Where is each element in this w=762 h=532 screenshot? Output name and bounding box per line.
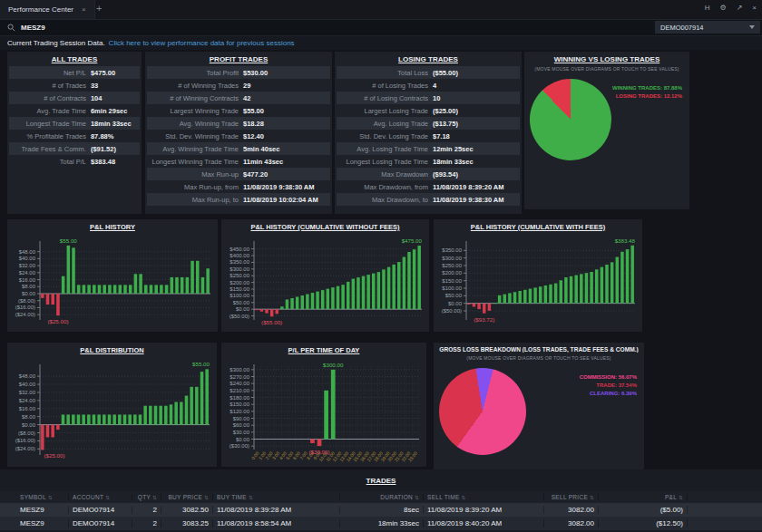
svg-text:($55.00): ($55.00) — [261, 319, 282, 325]
chart-panel-p-l-per-time-of-day: P/L PER TIME OF DAY$300.00$270.00$240.00… — [221, 343, 426, 467]
sort-icon[interactable]: ⇅ — [105, 495, 110, 500]
window-close-icon[interactable]: × — [752, 4, 757, 12]
stat-value: 29 — [243, 82, 330, 90]
stat-value: ($13.75) — [433, 120, 520, 128]
trade-row[interactable]: MESZ9DEMO0791423082.5011/08/2019 8:39:28… — [0, 503, 762, 517]
column-header-symbol[interactable]: SYMBOL⇅ — [16, 494, 69, 500]
column-header-buy-time[interactable]: BUY TIME⇅ — [213, 494, 340, 500]
column-header-sell-time[interactable]: SELL TIME⇅ — [424, 494, 544, 500]
stat-row: Avg. Trade Time6min 29sec — [9, 104, 140, 117]
cell-sell-time: 11/08/2019 8:40:20 AM — [424, 519, 544, 527]
svg-text:$50.00: $50.00 — [445, 293, 463, 298]
cell-p-l: ($5.00) — [599, 506, 688, 514]
column-header-account[interactable]: ACCOUNT⇅ — [69, 494, 132, 500]
column-header-sell-price[interactable]: SELL PRICE⇅ — [544, 494, 599, 500]
cell-qty: 2 — [132, 519, 161, 527]
stat-value: $7.18 — [433, 132, 520, 140]
panel-subtitle: (MOVE MOUSE OVER DIAGRAMS OR TOUCH TO SE… — [434, 355, 644, 361]
panel-title: P&L DISTRIBUTION — [7, 343, 217, 354]
bar-chart[interactable]: $350.00$300.00$250.00$200.00$150.00$100.… — [435, 233, 640, 330]
stat-label: Avg. Losing Trade — [337, 120, 433, 128]
sort-icon[interactable]: ⇅ — [152, 495, 157, 500]
svg-text:$450.00: $450.00 — [230, 247, 249, 252]
svg-text:$90.00: $90.00 — [233, 416, 250, 421]
cell-duration: 18min 33sec — [340, 519, 424, 527]
help-icon[interactable]: H — [705, 4, 710, 12]
trades-table-header-row: SYMBOL⇅ACCOUNT⇅QTY⇅BUY PRICE⇅BUY TIME⇅DU… — [0, 491, 762, 503]
column-header-duration[interactable]: DURATION⇅ — [340, 494, 424, 500]
tab-performance-center[interactable]: Performance Center × — [0, 0, 95, 19]
sort-icon[interactable]: ⇅ — [249, 495, 253, 500]
svg-text:($25.00): ($25.00) — [44, 452, 64, 459]
svg-text:$210.00: $210.00 — [230, 388, 249, 393]
sort-icon[interactable]: ⇅ — [415, 495, 419, 500]
column-header-buy-price[interactable]: BUY PRICE⇅ — [161, 494, 213, 500]
stat-label: # of Losing Trades — [337, 82, 433, 90]
trade-row[interactable]: MESZ9DEMO0791423083.2511/08/2019 8:58:54… — [0, 517, 762, 530]
stat-label: Largest Losing Trade — [337, 107, 433, 115]
svg-text:$50.00: $50.00 — [233, 300, 250, 305]
stats-panel-profit-trades: PROFIT TRADESTotal Profit$530.00# of Win… — [145, 52, 332, 214]
bar-chart[interactable]: $48.00$40.00$32.00$24.00$16.00$8.00$0.00… — [9, 356, 215, 465]
pie-panel-winning-vs-losing-trades: WINNING VS LOSING TRADES(MOVE MOUSE OVER… — [524, 52, 689, 209]
bar-chart[interactable]: $300.00$270.00$240.00$210.00$180.00$150.… — [223, 356, 425, 465]
svg-text:($24.00): ($24.00) — [15, 446, 35, 451]
panel-subtitle: (MOVE MOUSE OVER DIAGRAMS OR TOUCH TO SE… — [524, 66, 689, 72]
stat-label: Net P/L — [9, 69, 91, 77]
svg-text:$0.00: $0.00 — [236, 437, 250, 442]
stat-row: Max Run-up, to11/08/2019 10:02:04 AM — [147, 193, 330, 206]
trades-table-section: TRADES SYMBOL⇅ACCOUNT⇅QTY⇅BUY PRICE⇅BUY … — [0, 469, 762, 532]
symbol-search-input[interactable]: MESZ9 — [21, 24, 45, 32]
sort-icon[interactable]: ⇅ — [204, 495, 209, 500]
svg-text:($16.00): ($16.00) — [15, 438, 35, 443]
cell-account: DEMO07914 — [69, 519, 132, 527]
previous-sessions-link[interactable]: Click here to view performance data for … — [109, 39, 295, 47]
chart-panel-p-l-distribution: P&L DISTRIBUTION$48.00$40.00$32.00$24.00… — [7, 343, 217, 467]
svg-text:$250.00: $250.00 — [442, 263, 462, 268]
window-controls: H ⚙ ↗ × — [705, 4, 757, 12]
settings-gear-icon[interactable]: ⚙ — [719, 4, 726, 12]
stat-value: 104 — [91, 94, 140, 102]
svg-text:$150.00: $150.00 — [442, 278, 462, 284]
svg-text:$60.00: $60.00 — [233, 422, 250, 428]
svg-text:$300.00: $300.00 — [323, 362, 344, 368]
pie-chart-winning-vs-losing-trades[interactable] — [530, 79, 611, 160]
stat-value: $477.20 — [243, 170, 330, 179]
stat-value: $383.48 — [91, 158, 140, 166]
svg-text:($30.00): ($30.00) — [230, 443, 249, 449]
sort-icon[interactable]: ⇅ — [679, 495, 683, 500]
bar-chart[interactable]: $48.00$40.00$32.00$24.00$16.00$8.00$0.00… — [9, 233, 216, 330]
sort-icon[interactable]: ⇅ — [590, 495, 594, 500]
sort-icon[interactable]: ⇅ — [462, 495, 466, 500]
cell-duration: 8sec — [340, 506, 424, 514]
pie-chart-gross-loss-breakdown-loss-trades-trade-fees-comm[interactable] — [439, 368, 526, 455]
stat-row: Longest Trade Time18min 33sec — [9, 117, 140, 130]
svg-text:$180.00: $180.00 — [230, 395, 249, 401]
cell-symbol: MESZ9 — [16, 519, 69, 527]
stat-value: $12.40 — [243, 132, 330, 140]
popout-icon[interactable]: ↗ — [737, 4, 743, 12]
svg-text:$55.00: $55.00 — [60, 237, 77, 244]
svg-text:$0.00: $0.00 — [448, 301, 463, 306]
svg-text:($50.00): ($50.00) — [230, 314, 249, 319]
svg-text:($8.00): ($8.00) — [18, 430, 35, 436]
chart-panel-p-l-history-cumulative-with-fees: P&L HISTORY (CUMULATIVE WITH FEES)$350.0… — [434, 219, 642, 332]
column-header-qty[interactable]: QTY⇅ — [132, 494, 161, 500]
svg-text:$48.00: $48.00 — [19, 373, 36, 379]
stat-value: 4 — [433, 82, 520, 90]
symbol-search-bar: MESZ9 DEMO007914 — [0, 20, 762, 36]
stat-value: 12min 25sec — [433, 145, 520, 153]
stat-row: # of Contracts104 — [9, 92, 140, 104]
bar-chart[interactable]: $450.00$400.00$350.00$300.00$250.00$200.… — [223, 233, 427, 330]
cell-account: DEMO07914 — [69, 506, 132, 514]
column-header-p-l[interactable]: P&L⇅ — [599, 494, 688, 500]
stat-row: Longest Losing Trade Time18min 33sec — [337, 155, 520, 168]
stat-value: ($55.00) — [433, 69, 520, 77]
sort-icon[interactable]: ⇅ — [48, 495, 53, 500]
account-selector-dropdown[interactable]: DEMO007914 — [655, 21, 760, 34]
new-tab-icon[interactable]: + — [96, 3, 102, 14]
tab-close-icon[interactable]: × — [82, 5, 86, 14]
pie-legend: COMMISSION: 56.07%TRADE: 37.54%CLEARING:… — [526, 373, 644, 455]
stat-label: Max Drawdown, from — [337, 183, 433, 191]
trades-table-title: TRADES — [0, 477, 762, 485]
